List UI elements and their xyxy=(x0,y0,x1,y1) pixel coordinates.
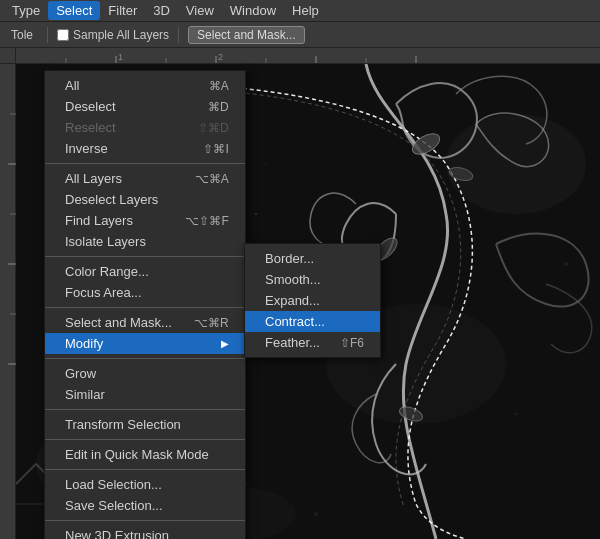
svg-point-32 xyxy=(564,262,568,266)
svg-point-36 xyxy=(255,213,257,215)
svg-text:2: 2 xyxy=(218,52,223,62)
sample-all-layers-checkbox[interactable]: Sample All Layers xyxy=(57,28,169,42)
menu-sep-4 xyxy=(45,358,245,359)
menubar: Type Select Filter 3D View Window Help xyxy=(0,0,600,22)
tolerance-label: Tole xyxy=(6,26,38,44)
menu-item-quick-mask[interactable]: Edit in Quick Mask Mode xyxy=(45,444,245,465)
menu-item-load-selection[interactable]: Load Selection... xyxy=(45,474,245,495)
menu-sep-5 xyxy=(45,409,245,410)
sample-all-layers-label: Sample All Layers xyxy=(73,28,169,42)
menubar-help[interactable]: Help xyxy=(284,1,327,20)
menu-sep-7 xyxy=(45,469,245,470)
canvas-area: 1 2 xyxy=(0,48,600,539)
menu-item-reselect: Reselect ⇧⌘D xyxy=(45,117,245,138)
menu-item-modify[interactable]: Modify ▶ xyxy=(45,333,245,354)
ruler-corner xyxy=(0,48,16,64)
menu-sep-8 xyxy=(45,520,245,521)
select-menu: All ⌘A Deselect ⌘D Reselect ⇧⌘D Inverse … xyxy=(44,70,246,539)
menubar-filter[interactable]: Filter xyxy=(100,1,145,20)
ruler-horizontal: 1 2 xyxy=(16,48,600,64)
svg-text:1: 1 xyxy=(118,52,123,62)
menu-item-focus-area[interactable]: Focus Area... xyxy=(45,282,245,303)
menu-item-3d-extrusion[interactable]: New 3D Extrusion xyxy=(45,525,245,539)
menubar-window[interactable]: Window xyxy=(222,1,284,20)
submenu-border[interactable]: Border... xyxy=(245,248,380,269)
menu-item-save-selection[interactable]: Save Selection... xyxy=(45,495,245,516)
menu-item-select-mask[interactable]: Select and Mask... ⌥⌘R xyxy=(45,312,245,333)
submenu-smooth[interactable]: Smooth... xyxy=(245,269,380,290)
menu-item-transform-selection[interactable]: Transform Selection xyxy=(45,414,245,435)
menu-sep-1 xyxy=(45,163,245,164)
menu-item-deselect-layers[interactable]: Deselect Layers xyxy=(45,189,245,210)
ruler-vertical xyxy=(0,64,16,539)
menu-item-inverse[interactable]: Inverse ⇧⌘I xyxy=(45,138,245,159)
svg-point-31 xyxy=(515,413,518,416)
select-and-mask-button[interactable]: Select and Mask... xyxy=(188,26,305,44)
svg-point-30 xyxy=(314,512,318,516)
submenu-expand[interactable]: Expand... xyxy=(245,290,380,311)
menubar-3d[interactable]: 3D xyxy=(145,1,178,20)
toolbar-separator-2 xyxy=(178,27,179,43)
submenu-feather[interactable]: Feather... ⇧F6 xyxy=(245,332,380,353)
toolbar-separator-1 xyxy=(47,27,48,43)
menubar-type[interactable]: Type xyxy=(4,1,48,20)
menu-sep-3 xyxy=(45,307,245,308)
select-dropdown: All ⌘A Deselect ⌘D Reselect ⇧⌘D Inverse … xyxy=(44,70,246,539)
menu-item-grow[interactable]: Grow xyxy=(45,363,245,384)
menu-item-deselect[interactable]: Deselect ⌘D xyxy=(45,96,245,117)
toolbar: Tole Sample All Layers Select and Mask..… xyxy=(0,22,600,48)
menu-sep-2 xyxy=(45,256,245,257)
menu-item-all[interactable]: All ⌘A xyxy=(45,75,245,96)
menu-item-isolate-layers[interactable]: Isolate Layers xyxy=(45,231,245,252)
submenu-contract[interactable]: Contract... xyxy=(245,311,380,332)
menu-item-color-range[interactable]: Color Range... xyxy=(45,261,245,282)
svg-point-29 xyxy=(265,163,267,165)
menubar-view[interactable]: View xyxy=(178,1,222,20)
menu-sep-6 xyxy=(45,439,245,440)
sample-all-layers-input[interactable] xyxy=(57,29,69,41)
modify-submenu: Border... Smooth... Expand... Contract..… xyxy=(244,243,381,358)
menu-item-find-layers[interactable]: Find Layers ⌥⇧⌘F xyxy=(45,210,245,231)
menu-item-similar[interactable]: Similar xyxy=(45,384,245,405)
menu-item-all-layers[interactable]: All Layers ⌥⌘A xyxy=(45,168,245,189)
menubar-select[interactable]: Select xyxy=(48,1,100,20)
